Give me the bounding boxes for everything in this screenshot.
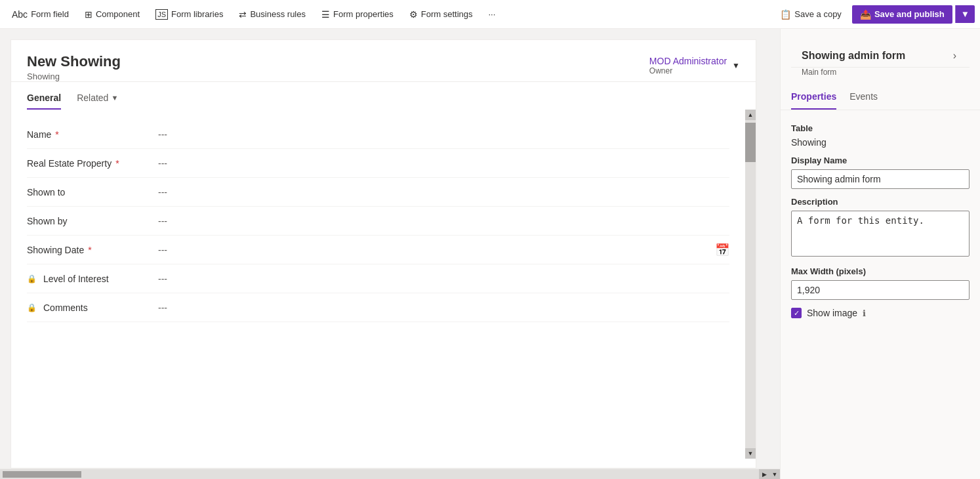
toolbar-more[interactable]: ···: [482, 5, 502, 23]
toolbar-form-properties[interactable]: ☰ Form properties: [315, 5, 400, 24]
toolbar-right-actions: 📋 Save a copy 📤 Save and publish ▼: [772, 5, 975, 24]
table-value: Showing: [791, 137, 970, 148]
field-comments-value[interactable]: ---: [158, 302, 729, 313]
save-publish-button[interactable]: 📤 Save and publish: [852, 5, 952, 24]
field-shown-to-value[interactable]: ---: [158, 187, 729, 198]
form-title-section: New Showing Showing: [27, 53, 121, 81]
scroll-up-button[interactable]: ▲: [745, 110, 756, 120]
toolbar: Abc Form field ⊞ Component JS Form libra…: [0, 0, 980, 29]
save-copy-icon: 📋: [780, 9, 791, 20]
tab-general-label: General: [27, 93, 61, 103]
show-image-label: Show image: [807, 308, 857, 318]
field-shown-by-value[interactable]: ---: [158, 216, 729, 226]
field-rep-value[interactable]: ---: [158, 158, 729, 169]
field-shown-to-text: Shown to: [27, 187, 65, 198]
panel-nav-arrow-icon[interactable]: ›: [950, 47, 959, 64]
panel-subtitle: Main form: [791, 68, 970, 85]
owner-chevron-icon[interactable]: ▼: [732, 61, 740, 70]
show-image-checkbox[interactable]: ✓: [791, 308, 802, 318]
field-name-required: *: [55, 129, 58, 140]
toolbar-form-libraries[interactable]: JS Form libraries: [149, 5, 230, 24]
display-name-input[interactable]: [791, 169, 970, 189]
toolbar-component-label: Component: [96, 9, 140, 19]
tab-related[interactable]: Related ▼: [77, 87, 118, 110]
toolbar-business-rules-label: Business rules: [250, 9, 306, 19]
canvas-area: New Showing Showing MOD Administrator Ow…: [0, 29, 780, 479]
toolbar-form-settings-label: Form settings: [421, 9, 473, 19]
tab-properties[interactable]: Properties: [791, 85, 836, 110]
toolbar-business-rules[interactable]: ⇄ Business rules: [232, 5, 312, 24]
form-libraries-icon: JS: [155, 9, 168, 20]
owner-label: Owner: [649, 66, 727, 75]
max-width-input[interactable]: [791, 280, 970, 300]
table-row: 🔒 Comments ---: [27, 293, 729, 322]
form-vertical-scrollbar[interactable]: ▲ ▼: [745, 110, 756, 459]
panel-title: Showing admin form: [802, 50, 905, 62]
tab-events-label: Events: [849, 91, 878, 102]
form-subtitle: Showing: [27, 72, 121, 81]
owner-info: MOD Administrator Owner: [649, 56, 727, 75]
table-row: Name * ---: [27, 120, 729, 149]
table-row: Shown by ---: [27, 207, 729, 236]
tab-properties-label: Properties: [791, 91, 836, 102]
description-textarea[interactable]: A form for this entity.: [791, 211, 970, 257]
field-name-value[interactable]: ---: [158, 129, 729, 140]
field-shown-by-text: Shown by: [27, 216, 67, 226]
toolbar-component[interactable]: ⊞ Component: [78, 5, 146, 24]
bottom-scrollbar-area: ▶ ▼: [0, 469, 780, 479]
field-level-label: 🔒 Level of Interest: [27, 274, 158, 284]
field-comments-label: 🔒 Comments: [27, 302, 158, 313]
scroll-down-button[interactable]: ▼: [745, 448, 756, 459]
save-publish-icon: 📤: [860, 9, 871, 20]
form-properties-icon: ☰: [321, 9, 330, 20]
form-title: New Showing: [27, 53, 121, 70]
field-showing-date-text: Showing Date: [27, 245, 84, 255]
form-settings-icon: ⚙: [409, 9, 418, 20]
owner-name: MOD Administrator: [649, 56, 727, 66]
table-label: Table: [791, 123, 970, 133]
form-card: New Showing Showing MOD Administrator Ow…: [10, 39, 756, 469]
component-icon: ⊞: [85, 9, 92, 20]
field-rep-text: Real Estate Property: [27, 158, 112, 169]
field-showing-date-value[interactable]: ---: [158, 245, 715, 255]
panel-content: Table Showing Display Name Description A…: [781, 110, 980, 329]
toolbar-form-settings[interactable]: ⚙ Form settings: [403, 5, 480, 24]
form-owner-section: MOD Administrator Owner ▼: [649, 53, 740, 75]
form-body-wrapper: Name * --- Real Estate Property * ---: [11, 110, 756, 459]
info-icon[interactable]: ℹ: [863, 308, 866, 318]
calendar-icon[interactable]: 📅: [715, 243, 729, 257]
lock-icon: 🔒: [27, 274, 37, 283]
h-scroll-right-button[interactable]: ▶: [759, 469, 769, 480]
scroll-thumb[interactable]: [745, 123, 756, 162]
h-scroll-thumb[interactable]: [3, 471, 81, 478]
form-header: New Showing Showing MOD Administrator Ow…: [11, 40, 756, 82]
field-showing-date-required: *: [88, 245, 91, 255]
checkbox-check-icon: ✓: [794, 309, 800, 318]
business-rules-icon: ⇄: [239, 9, 247, 20]
save-publish-label: Save and publish: [874, 9, 945, 19]
field-comments-text: Comments: [43, 302, 88, 313]
save-copy-button[interactable]: 📋 Save a copy: [772, 5, 849, 24]
max-width-label: Max Width (pixels): [791, 266, 970, 276]
main-layout: New Showing Showing MOD Administrator Ow…: [0, 29, 980, 479]
toolbar-form-field-label: Form field: [31, 9, 69, 19]
table-row: Showing Date * --- 📅: [27, 236, 729, 264]
table-row: Shown to ---: [27, 178, 729, 207]
form-tabs: General Related ▼: [11, 87, 756, 110]
horizontal-scrollbar[interactable]: [0, 469, 759, 480]
display-name-label: Display Name: [791, 156, 970, 165]
table-row: 🔒 Level of Interest ---: [27, 264, 729, 293]
field-level-value[interactable]: ---: [158, 274, 729, 284]
form-field-icon: Abc: [12, 9, 28, 20]
tab-events[interactable]: Events: [849, 85, 878, 110]
v-scroll-bottom-button[interactable]: ▼: [769, 469, 780, 480]
save-publish-chevron-button[interactable]: ▼: [955, 5, 975, 23]
toolbar-more-label: ···: [489, 9, 496, 19]
field-shown-to-label: Shown to: [27, 187, 158, 198]
panel-tabs: Properties Events: [781, 85, 980, 110]
toolbar-form-field[interactable]: Abc Form field: [5, 5, 75, 24]
panel-header: Showing admin form ›: [791, 37, 970, 68]
tab-general[interactable]: General: [27, 87, 61, 110]
panel-section-header: Showing admin form › Main form: [781, 29, 980, 85]
field-rep-label: Real Estate Property *: [27, 158, 158, 169]
